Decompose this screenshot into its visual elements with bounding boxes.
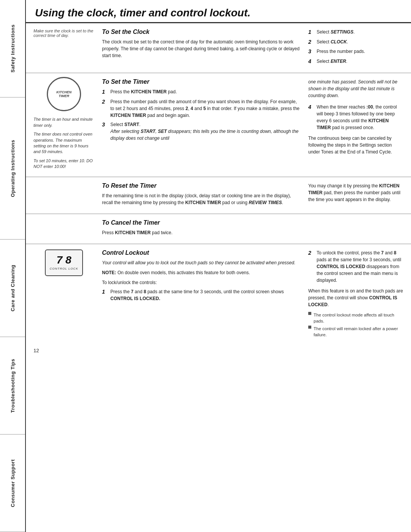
lockout-intro: Your control will allow you to lock out … [102, 259, 301, 266]
reset-right: You may change it by pressing the KITCHE… [304, 177, 411, 214]
timer-note-1: The timer is an hour and minute timer on… [33, 117, 94, 128]
clock-step-4-num: 4 [308, 58, 314, 66]
lockout-section: 7 8 CONTROL LOCK Control Lockout Your co… [26, 244, 411, 345]
clock-step-2: 2 Select CLOCK. [308, 38, 403, 46]
timer-step-2: 2 Press the number pads until the amount… [102, 98, 301, 119]
cancel-body: Press KITCHEN TIMER pad twice. [102, 229, 301, 236]
lockout-when-text: When this feature is on and the touch pa… [308, 288, 403, 308]
cancel-center: To Cancel the Timer Press KITCHEN TIMER … [98, 214, 304, 244]
clock-steps: 1 Select SETTINGS. 2 Select CLOCK. 3 Pre… [304, 23, 411, 73]
lockout-right: 2 To unlock the control, press the 7 and… [304, 244, 411, 345]
clock-left-note: Make sure the clock is set to the correc… [26, 23, 98, 73]
timer-step-4-text: When the timer reaches :00, the control … [317, 104, 403, 131]
reset-right-text: You may change it by pressing the KITCHE… [308, 182, 403, 203]
clock-step-4: 4 Select ENTER. [308, 58, 403, 66]
cancel-left [26, 214, 98, 244]
clock-step-3-num: 3 [308, 48, 314, 56]
lockout-bullet-1: The control lockout mode affects all tou… [308, 312, 403, 324]
cancel-title: To Cancel the Timer [102, 219, 301, 226]
timer-step-3-text: Select START.After selecting START, SET … [110, 121, 301, 142]
timer-step-2-text: Press the number pads until the amount o… [110, 98, 301, 119]
reset-body: If the remaining time is not in the disp… [102, 192, 301, 206]
sidebar-section-safety: Safety Instructions [0, 0, 25, 97]
control-lock-icon: 7 8 CONTROL LOCK [45, 249, 83, 276]
control-lock-label: CONTROL LOCK [50, 267, 78, 270]
clock-title: To Set the Clock [102, 29, 301, 35]
timer-step-4: 4 When the timer reaches :00, the contro… [308, 104, 403, 131]
timer-center: To Set the Timer 1 Press the KITCHEN TIM… [98, 73, 304, 176]
kitchen-timer-icon-label: KITCHENTIMER [56, 90, 72, 99]
sidebar-label-troubleshooting: Troubleshooting Tips [10, 359, 16, 413]
timer-note-3: To set 10 minutes, enter 10. DO NOT ente… [33, 158, 94, 170]
timer-step-1-text: Press the KITCHEN TIMER pad. [110, 88, 177, 95]
sidebar-section-troubleshooting: Troubleshooting Tips [0, 337, 25, 435]
bullet-2-icon [308, 326, 311, 329]
lockout-note: NOTE: On double oven models, this activa… [102, 269, 301, 276]
clock-step-1-text: Select SETTINGS. [317, 29, 355, 35]
sidebar-section-consumer: Consumer Support [0, 435, 25, 532]
bullet-1-icon [308, 312, 311, 315]
control-lock-num1: 7 [56, 255, 62, 265]
lockout-center: Control Lockout Your control will allow … [98, 244, 304, 345]
clock-step-3: 3 Press the number pads. [308, 48, 403, 56]
sidebar-label-consumer: Consumer Support [10, 459, 16, 507]
lockout-step-2-num: 2 [308, 249, 314, 257]
timer-left: KITCHENTIMER The timer is an hour and mi… [26, 73, 98, 176]
clock-note-text: Make sure the clock is set to the correc… [33, 29, 93, 38]
lockout-title: Control Lockout [102, 249, 301, 256]
clock-step-4-text: Select ENTER. [317, 58, 347, 65]
page-title: Using the clock, timer and control locko… [35, 7, 402, 19]
timer-step-1-num: 1 [102, 88, 108, 96]
timer-title: To Set the Timer [102, 78, 301, 85]
lockout-step-2-text: To unlock the control, press the 7 and 8… [317, 249, 403, 284]
lockout-bullet-2: The control will remain locked after a p… [308, 326, 403, 338]
sidebar-section-operating: Operating Instructions [0, 97, 25, 240]
timer-right-text2: The continuous beep can be canceled by f… [308, 135, 403, 155]
clock-step-3-text: Press the number pads. [317, 48, 365, 55]
clock-step-1: 1 Select SETTINGS. [308, 29, 403, 36]
clock-section: Make sure the clock is set to the correc… [26, 23, 411, 73]
control-lock-numbers: 7 8 [56, 255, 71, 265]
kitchen-timer-icon: KITCHENTIMER [47, 77, 81, 111]
timer-step-2-num: 2 [102, 98, 108, 106]
cancel-right [304, 214, 411, 244]
clock-step-2-text: Select CLOCK. [317, 38, 348, 45]
timer-note-2: The timer does not control oven operatio… [33, 131, 94, 155]
timer-step-3-num: 3 [102, 121, 108, 129]
timer-step-4-num: 4 [308, 104, 314, 111]
page-title-bar: Using the clock, timer and control locko… [26, 0, 411, 23]
page-number-text: 12 [33, 348, 39, 353]
bullet-2-text: The control will remain locked after a p… [314, 326, 403, 338]
reset-left [26, 177, 98, 214]
reset-section: To Reset the Timer If the remaining time… [26, 177, 411, 214]
sidebar-label-safety: Safety Instructions [10, 24, 16, 73]
clock-center: To Set the Clock The clock must be set t… [98, 23, 304, 73]
timer-right: one minute has passed. Seconds will not … [304, 73, 411, 176]
lockout-step-1-text: Press the 7 and 8 pads at the same time … [110, 288, 301, 302]
control-lock-num2: 8 [65, 255, 72, 265]
clock-step-1-num: 1 [308, 29, 314, 36]
lockout-unlock-label: To lock/unlock the controls: [102, 279, 301, 286]
bullet-1-text: The control lockout mode affects all tou… [314, 312, 403, 324]
lockout-step-2: 2 To unlock the control, press the 7 and… [308, 249, 403, 284]
clock-body: The clock must be set to the correct tim… [102, 38, 301, 59]
timer-step-3: 3 Select START.After selecting START, SE… [102, 121, 301, 142]
timer-section: KITCHENTIMER The timer is an hour and mi… [26, 73, 411, 177]
cancel-section: To Cancel the Timer Press KITCHEN TIMER … [26, 214, 411, 244]
timer-step-1: 1 Press the KITCHEN TIMER pad. [102, 88, 301, 96]
sidebar-label-care: Care and Cleaning [10, 265, 16, 312]
sidebar-section-care: Care and Cleaning [0, 240, 25, 337]
reset-title: To Reset the Timer [102, 182, 301, 189]
sidebar-label-operating: Operating Instructions [10, 140, 16, 197]
sidebar: Safety Instructions Operating Instructio… [0, 0, 26, 532]
lockout-step-1: 1 Press the 7 and 8 pads at the same tim… [102, 288, 301, 302]
timer-right-text1: one minute has passed. Seconds will not … [308, 78, 403, 99]
lockout-step-1-num: 1 [102, 288, 108, 296]
lockout-left: 7 8 CONTROL LOCK [26, 244, 98, 345]
reset-center: To Reset the Timer If the remaining time… [98, 177, 304, 214]
clock-step-2-num: 2 [308, 38, 314, 46]
page-number: 12 [26, 345, 411, 356]
main-content: Using the clock, timer and control locko… [26, 0, 411, 532]
